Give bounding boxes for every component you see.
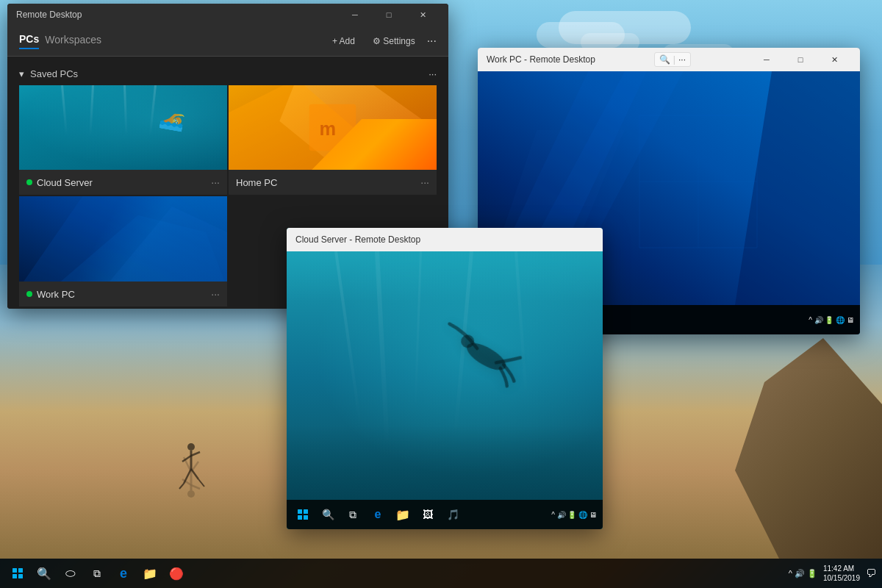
home-pc-thumbnail: m: [229, 85, 437, 170]
cloud-server-thumbnail: 🏊: [19, 85, 227, 170]
rdm-maximize-button[interactable]: □: [372, 4, 406, 26]
notification-icon[interactable]: 🗩: [866, 567, 876, 579]
saved-pcs-section: ▾ Saved PCs ···: [19, 62, 437, 85]
work-pc-title-group: Work PC - Remote Desktop: [487, 54, 595, 65]
cloud-thumb-bg: 🏊: [19, 85, 227, 170]
taskbar-windows-logo: [12, 568, 23, 578]
cloud-server-label: Cloud Server ···: [19, 170, 227, 195]
work-pc-titlebar[interactable]: Work PC - Remote Desktop 🔍 | ··· ─ □ ✕: [478, 48, 860, 71]
cloud-edge-icon[interactable]: e: [368, 504, 388, 525]
mini-system-tray: ^ 🔊 🔋 🌐 🖥: [808, 316, 854, 324]
cloud-taskbar-right: ^ 🔊 🔋 🌐 🖥: [551, 511, 597, 519]
taskbar-folder-icon[interactable]: 📁: [138, 562, 162, 585]
home-pc-name: Home PC: [236, 177, 277, 188]
pc-tile-cloud-server[interactable]: 🏊 Cloud Server ···: [19, 85, 227, 195]
cloud-server-status-dot: [26, 179, 32, 185]
taskbar-clock: 11:42 AM10/15/2019: [823, 564, 860, 583]
svg-marker-20: [19, 196, 227, 282]
underwater-bottom-gradient: [287, 426, 603, 500]
cloud-server-window-title: Cloud Server - Remote Desktop: [295, 234, 420, 245]
taskbar-edge-icon[interactable]: e: [112, 562, 135, 585]
mini-taskbar-right: ^ 🔊 🔋 🌐 🖥: [808, 316, 854, 324]
chevron-down-icon: ▾: [19, 68, 24, 79]
svg-point-0: [187, 443, 195, 451]
taskbar-taskview-button[interactable]: ⧉: [85, 562, 109, 585]
rdm-close-button[interactable]: ✕: [406, 4, 440, 26]
home-thumb-svg: m: [229, 85, 437, 170]
cloud-server-taskbar: 🔍 ⧉ e 📁 🖼 🎵 ^ 🔊 🔋 🌐 🖥: [287, 500, 603, 529]
cloud-taskview-icon[interactable]: ⧉: [343, 504, 363, 525]
cloud-media-icon[interactable]: 🖼: [417, 504, 438, 525]
cloud-extra-icon[interactable]: 🎵: [442, 504, 463, 525]
taskbar-snap-icon[interactable]: 🔴: [165, 562, 188, 585]
home-pc-options-button[interactable]: ···: [420, 176, 429, 188]
svg-line-3: [191, 452, 200, 456]
rdm-toolbar: PCs Workspaces + Add ⚙ Settings ···: [7, 26, 448, 57]
svg-line-7: [198, 479, 204, 487]
rdm-window-title: Remote Desktop: [16, 10, 82, 20]
svg-marker-21: [53, 215, 227, 282]
thumbnail-gradient: [19, 85, 227, 170]
cloud-search-icon[interactable]: 🔍: [318, 504, 338, 525]
taskbar-windows-button[interactable]: [6, 562, 29, 585]
cloud-windows-logo-icon: [298, 509, 308, 520]
svg-rect-19: [19, 196, 227, 282]
work-pc-floating-toolbar: 🔍 | ···: [654, 52, 691, 67]
work-pc-thumbnail: [19, 196, 227, 282]
svg-point-8: [187, 490, 195, 498]
more-options-button[interactable]: ···: [427, 35, 437, 48]
cloud-server-titlebar[interactable]: Cloud Server - Remote Desktop: [287, 228, 603, 251]
work-pc-status-dot: [26, 291, 32, 297]
swimmer-icon: 🏊: [158, 104, 187, 133]
work-pc-close-button[interactable]: ✕: [817, 48, 851, 71]
taskbar-tray-icons: ^ 🔊 🔋: [789, 569, 817, 578]
cloud-server-options-button[interactable]: ···: [211, 176, 220, 188]
rdm-minimize-button[interactable]: ─: [338, 4, 372, 26]
saved-pcs-more-button[interactable]: ···: [429, 68, 437, 79]
taskbar-system-tray: ^ 🔊 🔋 11:42 AM10/15/2019 🗩: [789, 564, 876, 583]
cloud-windows-icon[interactable]: [293, 504, 313, 525]
work-pc-options-button[interactable]: ···: [211, 288, 220, 300]
work-pc-name: Work PC: [37, 289, 75, 300]
home-thumb-bg: m: [229, 85, 437, 170]
runner-silhouette: [176, 441, 206, 500]
svg-text:m: m: [320, 118, 337, 139]
svg-line-11: [191, 485, 200, 489]
work-pc-maximize-button[interactable]: □: [784, 48, 817, 71]
win-lines-overlay: [19, 196, 227, 282]
rdm-titlebar[interactable]: Remote Desktop ─ □ ✕: [7, 4, 448, 26]
cloud-system-tray: ^ 🔊 🔋 🌐 🖥: [551, 511, 597, 519]
tab-workspaces[interactable]: Workspaces: [45, 34, 101, 49]
work-thumb-svg: [19, 196, 227, 282]
work-pc-window-controls: ─ □ ✕: [750, 48, 851, 71]
work-pc-label: Work PC ···: [19, 282, 227, 306]
underwater-top-gradient: [287, 251, 603, 301]
tab-pcs[interactable]: PCs: [19, 33, 39, 49]
taskbar-search-button[interactable]: 🔍: [32, 562, 56, 585]
cloud-server-window: Cloud Server - Remote Desktop: [287, 228, 603, 529]
svg-line-6: [179, 484, 184, 489]
cloud-server-name: Cloud Server: [37, 177, 93, 188]
add-button[interactable]: + Add: [326, 33, 361, 49]
saved-pcs-label: Saved PCs: [30, 68, 78, 79]
pc-tile-work-pc[interactable]: Work PC ···: [19, 196, 227, 306]
svg-marker-22: [104, 207, 227, 282]
home-pc-label: Home PC ···: [229, 170, 437, 195]
taskbar-cortana-button[interactable]: ⬭: [59, 562, 82, 585]
desktop-taskbar: 🔍 ⬭ ⧉ e 📁 🔴 ^ 🔊 🔋 11:42 AM10/15/2019 🗩: [0, 559, 882, 588]
work-thumb-bg: [19, 196, 227, 282]
pc-tile-home-pc[interactable]: m Home PC ···: [229, 85, 437, 195]
settings-button[interactable]: ⚙ Settings: [367, 33, 421, 49]
cloud-folder-icon[interactable]: 📁: [392, 504, 413, 525]
work-pc-minimize-button[interactable]: ─: [750, 48, 784, 71]
work-pc-toolbar-more[interactable]: ···: [678, 54, 686, 65]
zoom-icon[interactable]: 🔍: [659, 54, 670, 65]
cloud-server-content: [287, 251, 603, 500]
work-pc-window-title: Work PC - Remote Desktop: [487, 54, 595, 65]
rdm-window-controls: ─ □ ✕: [338, 4, 440, 26]
